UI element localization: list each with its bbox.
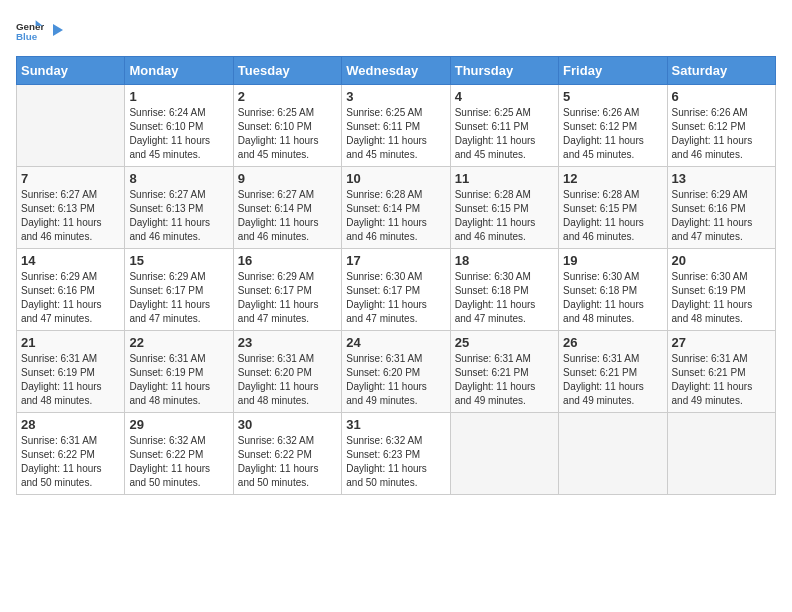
sunrise-text: Sunrise: 6:31 AM — [672, 352, 771, 366]
svg-text:Blue: Blue — [16, 31, 38, 42]
cell-info: Sunrise: 6:31 AMSunset: 6:20 PMDaylight:… — [238, 352, 337, 408]
cell-info: Sunrise: 6:29 AMSunset: 6:16 PMDaylight:… — [21, 270, 120, 326]
daylight-text: Daylight: 11 hours and 45 minutes. — [346, 134, 445, 162]
calendar-cell: 20Sunrise: 6:30 AMSunset: 6:19 PMDayligh… — [667, 249, 775, 331]
calendar-cell: 4Sunrise: 6:25 AMSunset: 6:11 PMDaylight… — [450, 85, 558, 167]
cell-info: Sunrise: 6:28 AMSunset: 6:15 PMDaylight:… — [455, 188, 554, 244]
sunrise-text: Sunrise: 6:26 AM — [563, 106, 662, 120]
calendar-cell: 19Sunrise: 6:30 AMSunset: 6:18 PMDayligh… — [559, 249, 667, 331]
day-number: 5 — [563, 89, 662, 104]
calendar-cell: 27Sunrise: 6:31 AMSunset: 6:21 PMDayligh… — [667, 331, 775, 413]
logo-arrow-icon — [49, 22, 65, 38]
calendar-week-row: 14Sunrise: 6:29 AMSunset: 6:16 PMDayligh… — [17, 249, 776, 331]
day-number: 16 — [238, 253, 337, 268]
day-number: 9 — [238, 171, 337, 186]
sunset-text: Sunset: 6:12 PM — [563, 120, 662, 134]
weekday-header: Saturday — [667, 57, 775, 85]
weekday-header: Wednesday — [342, 57, 450, 85]
header: General Blue — [16, 16, 776, 44]
sunset-text: Sunset: 6:13 PM — [21, 202, 120, 216]
weekday-header: Monday — [125, 57, 233, 85]
calendar-cell — [667, 413, 775, 495]
sunrise-text: Sunrise: 6:29 AM — [672, 188, 771, 202]
sunrise-text: Sunrise: 6:32 AM — [129, 434, 228, 448]
sunrise-text: Sunrise: 6:31 AM — [563, 352, 662, 366]
sunset-text: Sunset: 6:22 PM — [238, 448, 337, 462]
sunrise-text: Sunrise: 6:29 AM — [129, 270, 228, 284]
calendar-cell: 17Sunrise: 6:30 AMSunset: 6:17 PMDayligh… — [342, 249, 450, 331]
calendar-cell: 23Sunrise: 6:31 AMSunset: 6:20 PMDayligh… — [233, 331, 341, 413]
cell-info: Sunrise: 6:30 AMSunset: 6:18 PMDaylight:… — [563, 270, 662, 326]
cell-info: Sunrise: 6:27 AMSunset: 6:13 PMDaylight:… — [21, 188, 120, 244]
day-number: 6 — [672, 89, 771, 104]
cell-info: Sunrise: 6:31 AMSunset: 6:22 PMDaylight:… — [21, 434, 120, 490]
sunset-text: Sunset: 6:14 PM — [238, 202, 337, 216]
cell-info: Sunrise: 6:32 AMSunset: 6:23 PMDaylight:… — [346, 434, 445, 490]
cell-info: Sunrise: 6:31 AMSunset: 6:19 PMDaylight:… — [129, 352, 228, 408]
calendar-cell: 21Sunrise: 6:31 AMSunset: 6:19 PMDayligh… — [17, 331, 125, 413]
sunrise-text: Sunrise: 6:25 AM — [455, 106, 554, 120]
cell-info: Sunrise: 6:25 AMSunset: 6:10 PMDaylight:… — [238, 106, 337, 162]
daylight-text: Daylight: 11 hours and 50 minutes. — [346, 462, 445, 490]
cell-info: Sunrise: 6:24 AMSunset: 6:10 PMDaylight:… — [129, 106, 228, 162]
sunset-text: Sunset: 6:11 PM — [455, 120, 554, 134]
sunrise-text: Sunrise: 6:27 AM — [129, 188, 228, 202]
day-number: 22 — [129, 335, 228, 350]
cell-info: Sunrise: 6:29 AMSunset: 6:16 PMDaylight:… — [672, 188, 771, 244]
sunrise-text: Sunrise: 6:30 AM — [672, 270, 771, 284]
sunrise-text: Sunrise: 6:27 AM — [238, 188, 337, 202]
sunset-text: Sunset: 6:18 PM — [563, 284, 662, 298]
day-number: 2 — [238, 89, 337, 104]
calendar-body: 1Sunrise: 6:24 AMSunset: 6:10 PMDaylight… — [17, 85, 776, 495]
cell-info: Sunrise: 6:25 AMSunset: 6:11 PMDaylight:… — [455, 106, 554, 162]
sunset-text: Sunset: 6:15 PM — [455, 202, 554, 216]
calendar-cell: 8Sunrise: 6:27 AMSunset: 6:13 PMDaylight… — [125, 167, 233, 249]
daylight-text: Daylight: 11 hours and 45 minutes. — [563, 134, 662, 162]
sunrise-text: Sunrise: 6:25 AM — [238, 106, 337, 120]
daylight-text: Daylight: 11 hours and 48 minutes. — [238, 380, 337, 408]
cell-info: Sunrise: 6:28 AMSunset: 6:15 PMDaylight:… — [563, 188, 662, 244]
day-number: 19 — [563, 253, 662, 268]
day-number: 13 — [672, 171, 771, 186]
day-number: 8 — [129, 171, 228, 186]
day-number: 4 — [455, 89, 554, 104]
daylight-text: Daylight: 11 hours and 50 minutes. — [238, 462, 337, 490]
calendar-cell: 28Sunrise: 6:31 AMSunset: 6:22 PMDayligh… — [17, 413, 125, 495]
day-number: 1 — [129, 89, 228, 104]
sunrise-text: Sunrise: 6:30 AM — [563, 270, 662, 284]
sunrise-text: Sunrise: 6:31 AM — [346, 352, 445, 366]
cell-info: Sunrise: 6:30 AMSunset: 6:19 PMDaylight:… — [672, 270, 771, 326]
logo: General Blue — [16, 16, 66, 44]
daylight-text: Daylight: 11 hours and 46 minutes. — [672, 134, 771, 162]
svg-marker-2 — [53, 24, 63, 36]
day-number: 20 — [672, 253, 771, 268]
calendar-cell: 10Sunrise: 6:28 AMSunset: 6:14 PMDayligh… — [342, 167, 450, 249]
sunset-text: Sunset: 6:18 PM — [455, 284, 554, 298]
sunrise-text: Sunrise: 6:25 AM — [346, 106, 445, 120]
cell-info: Sunrise: 6:32 AMSunset: 6:22 PMDaylight:… — [129, 434, 228, 490]
daylight-text: Daylight: 11 hours and 46 minutes. — [21, 216, 120, 244]
calendar-cell: 1Sunrise: 6:24 AMSunset: 6:10 PMDaylight… — [125, 85, 233, 167]
calendar-cell: 26Sunrise: 6:31 AMSunset: 6:21 PMDayligh… — [559, 331, 667, 413]
daylight-text: Daylight: 11 hours and 46 minutes. — [455, 216, 554, 244]
calendar-cell: 15Sunrise: 6:29 AMSunset: 6:17 PMDayligh… — [125, 249, 233, 331]
daylight-text: Daylight: 11 hours and 47 minutes. — [672, 216, 771, 244]
daylight-text: Daylight: 11 hours and 46 minutes. — [238, 216, 337, 244]
sunset-text: Sunset: 6:20 PM — [346, 366, 445, 380]
sunrise-text: Sunrise: 6:31 AM — [129, 352, 228, 366]
sunrise-text: Sunrise: 6:31 AM — [21, 434, 120, 448]
calendar-cell: 18Sunrise: 6:30 AMSunset: 6:18 PMDayligh… — [450, 249, 558, 331]
sunset-text: Sunset: 6:11 PM — [346, 120, 445, 134]
calendar-cell: 22Sunrise: 6:31 AMSunset: 6:19 PMDayligh… — [125, 331, 233, 413]
daylight-text: Daylight: 11 hours and 45 minutes. — [455, 134, 554, 162]
daylight-text: Daylight: 11 hours and 47 minutes. — [238, 298, 337, 326]
day-number: 28 — [21, 417, 120, 432]
sunset-text: Sunset: 6:21 PM — [455, 366, 554, 380]
cell-info: Sunrise: 6:32 AMSunset: 6:22 PMDaylight:… — [238, 434, 337, 490]
cell-info: Sunrise: 6:29 AMSunset: 6:17 PMDaylight:… — [129, 270, 228, 326]
calendar-week-row: 21Sunrise: 6:31 AMSunset: 6:19 PMDayligh… — [17, 331, 776, 413]
sunrise-text: Sunrise: 6:31 AM — [21, 352, 120, 366]
cell-info: Sunrise: 6:27 AMSunset: 6:13 PMDaylight:… — [129, 188, 228, 244]
day-number: 23 — [238, 335, 337, 350]
daylight-text: Daylight: 11 hours and 47 minutes. — [346, 298, 445, 326]
